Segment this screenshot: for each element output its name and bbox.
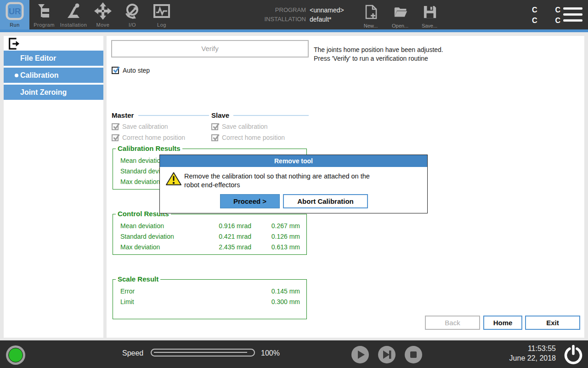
speed-value: 100% [261, 349, 280, 357]
status-c2: C [555, 5, 560, 15]
tab-program[interactable]: Program [29, 0, 59, 29]
proceed-button[interactable]: Proceed > [220, 194, 280, 208]
status-c4: C [555, 15, 560, 26]
stop-icon [405, 346, 422, 363]
speed-label: Speed [122, 349, 143, 357]
move-arrows-icon [94, 2, 112, 20]
clock: 11:53:55 June 22, 2018 [459, 344, 556, 363]
slave-divider [233, 115, 309, 116]
sidebar-item-calibration[interactable]: Calibration [4, 68, 103, 83]
robot-arm-icon [64, 2, 83, 20]
dialog-message: Remove the calibration tool so that noth… [184, 172, 370, 190]
scale-result-title: Scale Result [116, 275, 160, 283]
save-floppy-icon [423, 5, 437, 19]
slave-save-calibration-box[interactable] [211, 123, 218, 130]
program-label: PROGRAM [230, 6, 306, 15]
collapse-panel-icon[interactable] [7, 37, 20, 50]
back-button[interactable]: Back [425, 316, 480, 330]
check-icon [212, 123, 220, 130]
master-divider [138, 115, 209, 116]
check-icon [212, 134, 220, 141]
status-light-green [8, 348, 23, 362]
polyscope-app: UR Run Program Installation [0, 0, 588, 368]
slave-correct-home[interactable]: Correct home position [211, 134, 309, 141]
exit-button[interactable]: Exit [525, 316, 580, 330]
sidebar-item-file-editor[interactable]: File Editor [4, 51, 103, 66]
log-graph-icon [153, 2, 171, 20]
home-button[interactable]: Home [483, 316, 522, 330]
master-title: Master [112, 111, 136, 119]
save-button-label: Save... [415, 23, 444, 29]
slave-correct-home-box[interactable] [211, 134, 218, 141]
dialog-message-line2: robot end-effectors [184, 181, 370, 190]
new-file-icon [364, 5, 378, 19]
controller-status-indicators: C C C C [532, 5, 560, 26]
tab-log-label: Log [147, 22, 176, 28]
play-icon [351, 346, 369, 363]
top-bar: UR Run Program Installation [0, 0, 588, 32]
open-button-label: Open... [385, 23, 415, 29]
remove-tool-dialog: Remove tool Remove the calibration tool … [159, 155, 428, 213]
play-button[interactable] [351, 346, 369, 363]
master-correct-home[interactable]: Correct home position [112, 134, 209, 141]
speed-slider[interactable] [151, 349, 255, 356]
tab-installation[interactable]: Installation [59, 0, 88, 29]
abort-calibration-button[interactable]: Abort Calibration [283, 194, 368, 208]
slave-correct-home-label: Correct home position [222, 134, 285, 141]
tab-run[interactable]: UR Run [0, 0, 29, 29]
tab-io[interactable]: I/O [118, 0, 147, 29]
active-item-bullet [15, 74, 18, 77]
sidebar-item-calibration-label: Calibration [20, 71, 59, 79]
control-result-row: Standard deviation 0.421 mrad 0.126 mm [120, 231, 300, 242]
auto-step-checkbox-box[interactable] [112, 67, 119, 74]
master-correct-home-box[interactable] [112, 134, 119, 141]
status-c1: C [532, 5, 537, 15]
clock-time: 11:53:55 [459, 344, 556, 353]
sidebar-item-file-editor-label: File Editor [20, 54, 56, 62]
clock-date: June 22, 2018 [459, 353, 556, 363]
open-folder-icon [394, 5, 407, 19]
sidebar: File Editor Calibration Joint Zeroing [4, 36, 103, 338]
master-correct-home-label: Correct home position [122, 134, 185, 141]
step-forward-icon [378, 346, 396, 363]
ur-logo-icon: UR [6, 2, 24, 20]
new-button[interactable]: New... [356, 3, 385, 29]
scale-result-row: Limit 0.300 mm [120, 297, 300, 307]
status-message-line1: The joints home position have been adjus… [314, 46, 443, 54]
scale-result-row: Error 0.145 mm [120, 286, 300, 297]
sidebar-item-joint-zeroing[interactable]: Joint Zeroing [4, 85, 103, 100]
step-button[interactable] [378, 346, 396, 363]
open-button[interactable]: Open... [385, 3, 415, 29]
auto-step-checkbox[interactable]: Auto step [112, 67, 150, 74]
tab-log[interactable]: Log [147, 0, 176, 29]
master-save-calibration-box[interactable] [112, 123, 119, 130]
tab-installation-label: Installation [59, 22, 88, 28]
control-result-row: Mean deviation 0.916 mrad 0.267 mm [120, 221, 300, 231]
slave-save-calibration-label: Save calibration [222, 123, 268, 130]
hamburger-menu-icon[interactable] [563, 6, 582, 23]
svg-text:UR: UR [9, 7, 21, 16]
installation-label: INSTALLATION [230, 15, 306, 24]
scale-result-box: Scale Result Error 0.145 mm Limit 0.300 … [113, 279, 307, 319]
header-accent-strip [0, 29, 588, 32]
check-icon [113, 134, 120, 141]
slave-title: Slave [211, 111, 232, 119]
save-button[interactable]: Save... [415, 3, 444, 29]
robot-status-light [6, 345, 25, 365]
tab-move[interactable]: Move [88, 0, 118, 29]
tab-run-label: Run [0, 22, 29, 28]
master-save-calibration-label: Save calibration [122, 123, 168, 130]
tab-program-label: Program [29, 22, 59, 28]
slave-save-calibration[interactable]: Save calibration [211, 123, 309, 130]
check-icon [113, 66, 120, 74]
auto-step-label: Auto step [123, 67, 150, 74]
power-button-icon[interactable] [563, 345, 583, 365]
stop-button[interactable] [405, 346, 422, 363]
program-tree-icon [35, 2, 53, 20]
check-icon [113, 123, 120, 130]
io-icon [123, 2, 141, 20]
speed-slider-fill [154, 352, 247, 353]
control-results-box: Control Results Mean deviation 0.916 mra… [113, 214, 307, 255]
master-save-calibration[interactable]: Save calibration [112, 123, 209, 130]
verify-button[interactable]: Verify [111, 40, 309, 58]
